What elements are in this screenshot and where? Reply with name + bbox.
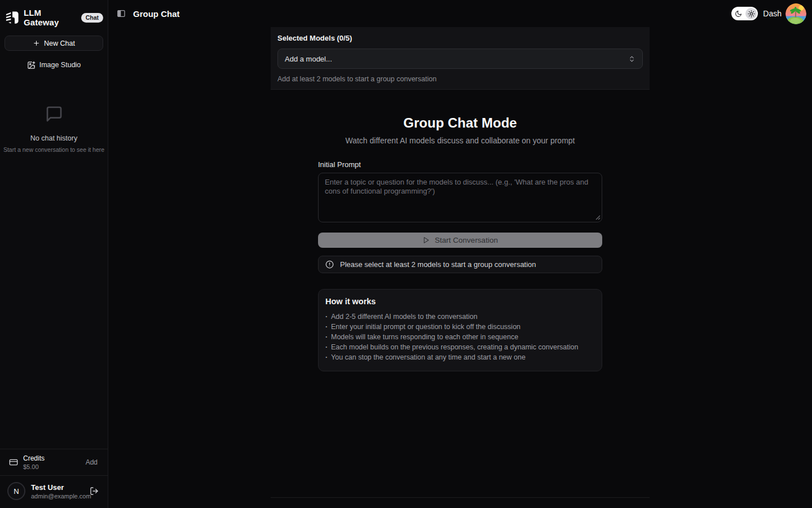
credits-amount: $5.00 (23, 463, 80, 470)
panel-left-icon (117, 9, 126, 18)
credit-card-icon (9, 458, 18, 467)
how-it-works-card: How it works Add 2-5 different AI models… (318, 289, 602, 371)
user-section[interactable]: N Test User admin@example.com (0, 475, 108, 508)
chevrons-up-down-icon (628, 55, 636, 63)
plus-icon (33, 40, 40, 47)
initial-prompt-label: Initial Prompt (318, 160, 602, 169)
how-it-works-item: Models will take turns responding to eac… (325, 332, 595, 342)
mode-subtitle: Watch different AI models discuss and co… (318, 136, 602, 145)
brand-name: LLM Gateway (24, 8, 77, 27)
bottom-divider (271, 497, 650, 498)
logout-icon (90, 487, 99, 496)
initial-prompt-input[interactable] (318, 173, 602, 222)
mode-title: Group Chat Mode (318, 115, 602, 131)
how-it-works-title: How it works (325, 297, 595, 306)
how-it-works-item: You can stop the conversation at any tim… (325, 352, 595, 362)
message-square-icon (45, 105, 63, 125)
selected-models-panel: Selected Models (0/5) Add a model... Add… (271, 27, 650, 90)
user-avatar-initial: N (7, 482, 25, 500)
model-select[interactable]: Add a model... (277, 49, 643, 69)
sun-icon[interactable] (745, 8, 757, 19)
model-select-placeholder: Add a model... (285, 55, 332, 63)
how-it-works-list: Add 2-5 different AI models to the conve… (325, 312, 595, 362)
how-it-works-item: Each model builds on the previous respon… (325, 342, 595, 352)
credits-label: Credits (23, 454, 80, 462)
alert-circle-icon (325, 260, 334, 269)
app-logo-icon (5, 10, 20, 25)
validation-alert-text: Please select at least 2 models to start… (340, 260, 536, 269)
moon-icon[interactable] (732, 8, 744, 19)
how-it-works-item: Enter your initial prompt or question to… (325, 322, 595, 332)
brand-badge: Chat (81, 13, 103, 23)
start-conversation-label: Start Conversation (435, 236, 498, 244)
brand: LLM Gateway Chat (0, 0, 108, 33)
empty-state-title: No chat history (0, 134, 108, 142)
empty-state-subtitle: Start a new conversation to see it here (0, 146, 108, 153)
logout-button[interactable] (89, 485, 100, 497)
profile-avatar[interactable] (785, 3, 806, 24)
credits-section: Credits $5.00 Add (0, 449, 108, 475)
page-title: Group Chat (133, 9, 180, 19)
dashboard-link[interactable]: Dash (763, 9, 782, 18)
theme-toggle[interactable] (731, 7, 758, 20)
how-it-works-item: Add 2-5 different AI models to the conve… (325, 312, 595, 322)
main-header: Group Chat Dash (108, 0, 812, 27)
chat-history-empty-state: No chat history Start a new conversation… (0, 105, 108, 153)
group-chat-setup: Group Chat Mode Watch different AI model… (108, 90, 812, 508)
main-area: Group Chat Dash (108, 0, 812, 508)
play-icon (422, 237, 430, 244)
image-studio-button[interactable]: Image Studio (21, 58, 87, 72)
new-chat-button[interactable]: New Chat (5, 36, 103, 51)
image-studio-label: Image Studio (39, 61, 81, 69)
start-conversation-button[interactable]: Start Conversation (318, 233, 602, 248)
sidebar: LLM Gateway Chat New Chat Image Studio N… (0, 0, 108, 508)
image-plus-icon (27, 61, 36, 69)
sidebar-footer: Credits $5.00 Add N Test User admin@exam… (0, 449, 108, 508)
models-helper-text: Add at least 2 models to start a group c… (277, 75, 643, 83)
validation-alert: Please select at least 2 models to start… (318, 256, 602, 273)
user-email: admin@example.com (31, 493, 83, 500)
add-credits-button[interactable]: Add (85, 456, 99, 468)
selected-models-label: Selected Models (0/5) (277, 34, 643, 42)
user-name: Test User (31, 483, 83, 492)
new-chat-label: New Chat (44, 40, 75, 47)
sidebar-toggle-button[interactable] (114, 6, 129, 21)
